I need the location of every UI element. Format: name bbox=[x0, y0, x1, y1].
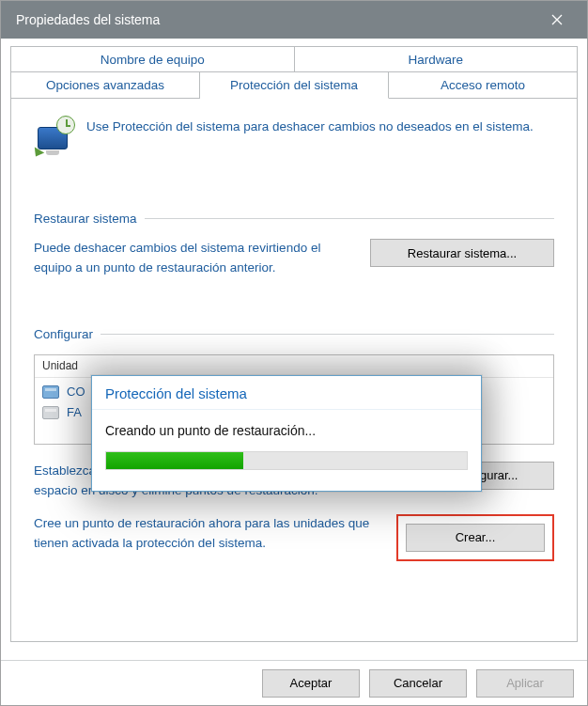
tab-system-protection[interactable]: Protección del sistema bbox=[200, 71, 389, 99]
ok-button[interactable]: Aceptar bbox=[262, 669, 360, 698]
titlebar: Propiedades del sistema bbox=[1, 1, 587, 39]
tab-hardware[interactable]: Hardware bbox=[295, 46, 579, 72]
close-icon bbox=[551, 14, 563, 25]
disk-icon bbox=[42, 406, 59, 419]
section-restore-header: Restaurar sistema bbox=[34, 212, 554, 226]
create-button-highlight: Crear... bbox=[396, 514, 554, 561]
intro-row: Use Protección del sistema para deshacer… bbox=[34, 118, 554, 174]
restore-description: Puede deshacer cambios del sistema revir… bbox=[34, 239, 353, 278]
window-content: Nombre de equipo Hardware Opciones avanz… bbox=[1, 39, 587, 705]
section-restore-label: Restaurar sistema bbox=[34, 212, 137, 226]
cancel-button[interactable]: Cancelar bbox=[369, 669, 467, 698]
progress-message: Creando un punto de restauración... bbox=[105, 423, 468, 438]
create-restore-point-button[interactable]: Crear... bbox=[406, 524, 545, 552]
system-protection-panel: Use Protección del sistema para deshacer… bbox=[10, 99, 578, 642]
tabs-row-top: Nombre de equipo Hardware bbox=[10, 46, 578, 72]
restore-row: Puede deshacer cambios del sistema revir… bbox=[34, 239, 554, 278]
drive-label: CO bbox=[67, 384, 85, 399]
tab-computer-name[interactable]: Nombre de equipo bbox=[10, 46, 295, 72]
disk-icon bbox=[42, 385, 59, 399]
progress-dialog-title: Protección del sistema bbox=[92, 376, 481, 410]
progress-bar-track bbox=[105, 451, 468, 470]
close-button[interactable] bbox=[538, 1, 576, 39]
tabs-row-bottom: Opciones avanzadas Protección del sistem… bbox=[10, 71, 578, 99]
system-protection-icon bbox=[34, 118, 73, 157]
create-description: Cree un punto de restauración ahora para… bbox=[34, 514, 379, 554]
section-configure-header: Configurar bbox=[34, 327, 554, 341]
system-properties-window: Propiedades del sistema Nombre de equipo… bbox=[0, 0, 588, 706]
drives-header-unit: Unidad bbox=[42, 359, 78, 372]
apply-button[interactable]: Aplicar bbox=[476, 669, 574, 698]
progress-bar-fill bbox=[106, 452, 243, 469]
section-configure-label: Configurar bbox=[34, 327, 93, 341]
progress-dialog-body: Creando un punto de restauración... bbox=[92, 410, 481, 491]
intro-text: Use Protección del sistema para deshacer… bbox=[86, 118, 534, 174]
create-row: Cree un punto de restauración ahora para… bbox=[34, 514, 554, 561]
window-title: Propiedades del sistema bbox=[16, 12, 160, 27]
progress-dialog: Protección del sistema Creando un punto … bbox=[91, 375, 482, 492]
drive-label: FA bbox=[67, 405, 82, 419]
dialog-footer: Aceptar Cancelar Aplicar bbox=[1, 660, 587, 705]
tab-remote-access[interactable]: Acceso remoto bbox=[389, 71, 578, 99]
tab-advanced-options[interactable]: Opciones avanzadas bbox=[10, 71, 200, 99]
restore-system-button[interactable]: Restaurar sistema... bbox=[370, 239, 554, 267]
